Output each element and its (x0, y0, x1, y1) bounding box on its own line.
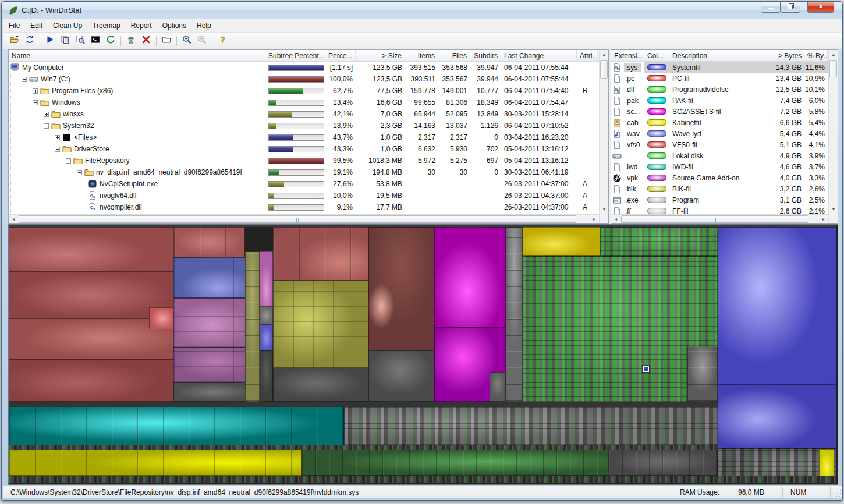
expand-icon[interactable] (55, 135, 60, 140)
collapse-icon[interactable] (22, 77, 27, 82)
treemap-block-27[interactable] (600, 227, 718, 256)
treemap-block-4[interactable] (9, 359, 173, 402)
scroll-down-arrow[interactable]: ▼ (829, 205, 838, 214)
extension-row-exe[interactable]: .exeProgram3,1 GB2,5% (611, 194, 828, 205)
scroll-up-arrow[interactable]: ▲ (829, 50, 838, 59)
scroll-thumb[interactable] (600, 60, 608, 79)
tree-row-nv-disp-inf-amd64-neutral-d90f6299a865419f[interactable]: nv_disp.inf_amd64_neutral_d90f6299a86541… (9, 166, 599, 178)
collapse-icon[interactable] (44, 123, 49, 129)
scroll-thumb[interactable] (621, 215, 808, 223)
command-prompt-button[interactable] (88, 34, 102, 47)
extension-row-iwd[interactable]: .iwdIWD-fil4,6 GB3,7% (611, 161, 828, 172)
treemap-block-37[interactable] (302, 450, 608, 476)
extension-row-pak[interactable]: .pakPAK-fil7,4 GB6,0% (611, 95, 828, 106)
extension-row-wav[interactable]: .wavWave-lyd5,4 GB4,4% (611, 128, 828, 139)
collapse-icon[interactable] (33, 100, 38, 105)
scroll-thumb[interactable] (829, 60, 837, 77)
extension-row-dll[interactable]: .dllProgramudvidelse12,5 GB10,1% (611, 84, 828, 95)
user-defined-cleanup-button[interactable] (159, 34, 173, 47)
delete-button[interactable] (139, 34, 153, 47)
tree-vertical-scrollbar[interactable]: ▲ ▼ (599, 50, 608, 223)
treemap-block-31[interactable] (718, 384, 836, 448)
treemap-block-7[interactable] (173, 257, 250, 298)
scroll-down-arrow[interactable]: ▼ (600, 205, 609, 214)
resume-button[interactable] (43, 34, 57, 47)
treemap-block-12[interactable] (260, 251, 273, 307)
ext-header-description[interactable]: Description (669, 50, 775, 61)
extension-row-sc[interactable]: .sc...SC2ASSETS-fil7,2 GB5,8% (611, 106, 828, 117)
collapse-icon[interactable] (66, 158, 71, 164)
menu-help[interactable]: Help (192, 20, 217, 31)
resize-grip[interactable] (833, 489, 841, 497)
treemap-block-38[interactable] (608, 450, 718, 476)
title-bar[interactable]: C:|D: - WinDirStat ✕ (2, 2, 842, 19)
treemap-block-30[interactable] (718, 227, 836, 384)
menu-options[interactable]: Options (157, 20, 192, 31)
scroll-right-arrow[interactable]: ► (819, 215, 828, 224)
extension-row-vfs0[interactable]: .vfs0VFS0-fil5,1 GB4,1% (611, 139, 828, 150)
menu-treemap[interactable]: Treemap (87, 20, 126, 31)
treemap-block-26[interactable] (523, 227, 600, 256)
tree-row-program-files-x86-[interactable]: Program Files (x86)62,7%77,5 GB159.77814… (9, 85, 599, 97)
extension-vertical-scrollbar[interactable]: ▲ ▼ (828, 50, 838, 223)
treemap-block-29[interactable] (687, 347, 718, 402)
tree-row--files-[interactable]: <Files>43,7%1,0 GB2.3172.317003-04-2011 … (9, 132, 599, 143)
ext-header-by[interactable]: % By.. (804, 50, 828, 61)
extension-row-bik[interactable]: .bikBIK-fil3,2 GB2,6% (611, 183, 828, 194)
tree-row-driverstore[interactable]: DriverStore43,3%1,0 GB6.6325.93070205-04… (9, 143, 599, 155)
minimize-button[interactable] (761, 2, 781, 13)
tree-row-system32[interactable]: System3213,9%2,3 GB14.16313.0371.12606-0… (9, 120, 599, 132)
treemap-block-5[interactable] (149, 307, 173, 329)
treemap-block-25[interactable] (506, 227, 523, 402)
collapse-icon[interactable] (77, 170, 82, 175)
menu-report[interactable]: Report (126, 20, 157, 31)
treemap-block-14[interactable] (260, 324, 273, 350)
extension-row-vpk[interactable]: .vpkSource Game Add-on4,0 GB3,3% (611, 172, 828, 183)
explorer-button[interactable] (73, 34, 87, 47)
tree-header-files[interactable]: Files (438, 50, 470, 61)
treemap-block-15[interactable] (260, 350, 273, 402)
treemap-block-16[interactable] (273, 227, 368, 281)
close-button[interactable]: ✕ (807, 2, 834, 13)
treemap-block-10[interactable] (173, 382, 253, 402)
scroll-thumb[interactable] (19, 215, 576, 223)
scroll-left-arrow[interactable]: ◄ (611, 215, 620, 224)
ext-header-col[interactable]: Col... (644, 50, 669, 61)
treemap-block-17[interactable] (273, 281, 368, 368)
tree-row-nvcplsetupint-exe[interactable]: NvCplSetupInt.exe27,6%53,8 MB26-03-2011 … (9, 178, 599, 190)
tree-horizontal-scrollbar[interactable]: ◄ ► (9, 214, 599, 223)
refresh-all-button[interactable] (104, 34, 118, 47)
treemap-block-22[interactable] (434, 227, 506, 328)
treemap-block-32[interactable] (9, 402, 718, 407)
open-button[interactable] (8, 34, 22, 47)
tree-row-my-computer[interactable]: My Computer[1:17 s]123,5 GB393.515353.56… (9, 62, 599, 73)
tree-header-attri[interactable]: Attri.. (577, 50, 598, 61)
scroll-up-arrow[interactable]: ▲ (600, 50, 609, 59)
tree-header-items[interactable]: Items (405, 50, 438, 61)
treemap-block-8[interactable] (173, 298, 253, 347)
tree-row-win7-c-[interactable]: Win7 (C:)100,0%123,5 GB393.511353.56739.… (9, 73, 599, 85)
treemap-block-33[interactable] (9, 407, 344, 445)
tree-row-nvcompiler-dll[interactable]: nvcompiler.dll9,1%17,7 MB26-03-2011 04:3… (9, 201, 599, 213)
tree-header-subtreepercent[interactable]: Subtree Percent... (265, 50, 325, 61)
treemap-block-35[interactable] (9, 445, 718, 450)
treemap-block-24[interactable] (490, 372, 506, 402)
treemap-block-21[interactable] (368, 350, 434, 402)
treemap-block-41[interactable] (9, 476, 836, 483)
treemap-block-18[interactable] (273, 368, 368, 402)
tree-header-lastchange[interactable]: Last Change (501, 50, 577, 61)
tree-header-subdirs[interactable]: Subdirs (470, 50, 501, 61)
tree-header-name[interactable]: Name (9, 50, 265, 61)
treemap-block-1[interactable] (9, 227, 173, 272)
zoom-in-button[interactable] (180, 34, 194, 47)
refresh-selected-button[interactable] (23, 34, 37, 47)
menu-file[interactable]: File (3, 20, 25, 31)
tree-row-winsxs[interactable]: winsxs42,1%7,0 GB65.94452.09513.84930-03… (9, 108, 599, 120)
zoom-out-button[interactable] (195, 34, 209, 47)
treemap-block-11[interactable] (245, 251, 260, 402)
tree-row-windows[interactable]: Windows13,4%16,6 GB99.65581.30618.34906-… (9, 97, 599, 108)
tree-header-size[interactable]: > Size (356, 50, 405, 61)
tree-row-nvoglv64-dll[interactable]: nvoglv64.dll10,0%19,5 MB26-03-2011 04:37… (9, 190, 599, 201)
treemap-block-36[interactable] (9, 450, 302, 476)
ext-header-bytes[interactable]: > Bytes (775, 50, 804, 61)
